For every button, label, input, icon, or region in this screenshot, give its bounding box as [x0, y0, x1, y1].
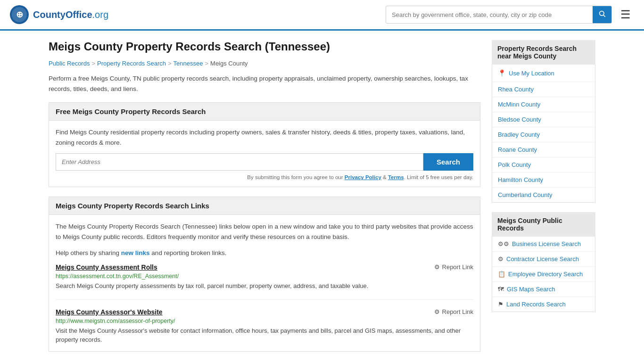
global-search-input[interactable]	[386, 8, 593, 22]
address-input[interactable]	[56, 153, 423, 171]
list-item[interactable]: ⚑ Land Records Search	[492, 297, 595, 312]
terms-link[interactable]: Terms	[388, 174, 404, 180]
help-text: Help others by sharing new links and rep…	[56, 248, 473, 258]
link-desc-1: Search Meigs County property assessments…	[56, 281, 473, 291]
breadcrumb-tennessee[interactable]: Tennessee	[173, 60, 203, 67]
list-item[interactable]: Roane County	[492, 142, 595, 157]
global-search-bar[interactable]	[386, 6, 612, 24]
flag-icon: ⚑	[498, 301, 504, 308]
disclaimer-suffix: . Limit of 5 free uses per day.	[404, 174, 473, 180]
svg-point-3	[600, 11, 604, 16]
county-link-bradley[interactable]: Bradley County	[498, 131, 540, 138]
county-link-polk[interactable]: Polk County	[498, 161, 531, 168]
land-records-link[interactable]: Land Records Search	[506, 301, 566, 308]
report-link-1[interactable]: ⚙ Report Link	[434, 263, 473, 271]
link-url-1: https://assessment.cot.tn.gov/RE_Assessm…	[56, 273, 473, 280]
header-right: ☰	[386, 6, 635, 24]
header: ⊕ CountyOffice.org ☰	[0, 0, 644, 31]
search-icon	[598, 10, 606, 17]
list-item[interactable]: ⚙ Contractor License Search	[492, 252, 595, 267]
main-container: Meigs County Property Records Search (Te…	[39, 31, 605, 362]
county-link-cumberland[interactable]: Cumberland County	[498, 191, 553, 198]
wrench-icon-1: ⚙	[434, 263, 440, 271]
public-records-section: Meigs County Public Records ⚙⚙ Business …	[492, 212, 595, 312]
location-pin-icon: 📍	[498, 69, 506, 77]
free-search-description: Find Meigs County residential property r…	[56, 127, 473, 148]
gis-maps-link[interactable]: GIS Maps Search	[507, 286, 555, 293]
breadcrumb-public-records[interactable]: Public Records	[49, 60, 90, 67]
nearby-list: 📍 Use My Location Rhea County McMinn Cou…	[492, 65, 595, 203]
privacy-policy-link[interactable]: Privacy Policy	[345, 174, 381, 180]
free-search-heading: Free Meigs County Property Records Searc…	[49, 103, 480, 121]
content-area: Meigs County Property Records Search (Te…	[49, 40, 480, 361]
list-item[interactable]: Rhea County	[492, 82, 595, 97]
breadcrumb: Public Records > Property Records Search…	[49, 60, 480, 67]
list-item[interactable]: Bledsoe County	[492, 112, 595, 127]
employee-directory-link[interactable]: Employee Directory Search	[508, 271, 583, 278]
gear-icon: ⚙⚙	[498, 240, 509, 247]
list-item[interactable]: McMinn County	[492, 97, 595, 112]
list-item[interactable]: Bradley County	[492, 127, 595, 142]
global-search-button[interactable]	[593, 6, 611, 23]
map-icon: 🗺	[498, 286, 504, 293]
link-item: Meigs County Assessor's Website ⚙ Report…	[56, 308, 473, 345]
list-item[interactable]: 📋 Employee Directory Search	[492, 267, 595, 282]
link-item-header: Meigs County Assessor's Website ⚙ Report…	[56, 308, 473, 316]
use-location-link[interactable]: Use My Location	[509, 70, 554, 77]
link-title-1[interactable]: Meigs County Assessment Rolls	[56, 263, 157, 271]
public-records-title: Meigs County Public Records	[492, 212, 595, 237]
list-item[interactable]: Hamilton County	[492, 173, 595, 188]
disclaimer-prefix: By submitting this form you agree to our	[247, 174, 344, 180]
breadcrumb-property-records-search[interactable]: Property Records Search	[97, 60, 166, 67]
public-records-list: ⚙⚙ Business License Search ⚙ Contractor …	[492, 237, 595, 312]
logo-icon: ⊕	[9, 5, 29, 25]
link-item-header: Meigs County Assessment Rolls ⚙ Report L…	[56, 263, 473, 271]
page-title: Meigs County Property Records Search (Te…	[49, 40, 480, 53]
link-item: Meigs County Assessment Rolls ⚙ Report L…	[56, 263, 473, 300]
county-link-hamilton[interactable]: Hamilton County	[498, 176, 543, 183]
link-url-2: http://www.meigstn.com/assessor-of-prope…	[56, 318, 473, 324]
nearby-section: Property Records Search near Meigs Count…	[492, 40, 595, 203]
contractor-license-link[interactable]: Contractor License Search	[506, 255, 579, 263]
links-body: The Meigs County Property Records Search…	[49, 215, 480, 351]
new-links-link[interactable]: new links	[121, 249, 150, 256]
sidebar: Property Records Search near Meigs Count…	[492, 40, 595, 361]
list-item[interactable]: Polk County	[492, 157, 595, 173]
county-link-rhea[interactable]: Rhea County	[498, 86, 534, 93]
link-desc-2: Visit the Meigs County Assessor's websit…	[56, 326, 473, 345]
address-search-button[interactable]: Search	[423, 153, 473, 171]
list-item[interactable]: Cumberland County	[492, 188, 595, 202]
links-section: Meigs County Property Records Search Lin…	[49, 197, 480, 351]
wrench-icon-2: ⚙	[434, 308, 440, 315]
county-link-roane[interactable]: Roane County	[498, 146, 537, 153]
list-item[interactable]: ⚙⚙ Business License Search	[492, 237, 595, 252]
links-heading: Meigs County Property Records Search Lin…	[49, 197, 480, 215]
free-search-body: Find Meigs County residential property r…	[49, 121, 480, 187]
breadcrumb-current: Meigs County	[210, 60, 248, 67]
report-link-2[interactable]: ⚙ Report Link	[434, 308, 473, 315]
svg-line-4	[603, 15, 605, 17]
logo-text: CountyOffice.org	[33, 9, 108, 20]
list-item[interactable]: 🗺 GIS Maps Search	[492, 282, 595, 297]
book-icon: 📋	[498, 271, 505, 278]
link-title-2[interactable]: Meigs County Assessor's Website	[56, 308, 163, 316]
logo: ⊕ CountyOffice.org	[9, 5, 108, 25]
address-search-form: Search	[56, 153, 473, 171]
county-link-mcminn[interactable]: McMinn County	[498, 101, 540, 108]
free-search-section: Free Meigs County Property Records Searc…	[49, 102, 480, 187]
menu-button[interactable]: ☰	[617, 6, 635, 23]
nearby-title: Property Records Search near Meigs Count…	[492, 40, 595, 65]
page-description: Perform a free Meigs County, TN public p…	[49, 74, 480, 94]
county-link-bledsoe[interactable]: Bledsoe County	[498, 116, 541, 123]
svg-text:⊕: ⊕	[16, 10, 23, 19]
form-disclaimer: By submitting this form you agree to our…	[56, 174, 473, 180]
gear-icon: ⚙	[498, 255, 504, 263]
business-license-link[interactable]: Business License Search	[512, 240, 581, 247]
use-location[interactable]: 📍 Use My Location	[492, 65, 595, 82]
links-description: The Meigs County Property Records Search…	[56, 222, 473, 242]
